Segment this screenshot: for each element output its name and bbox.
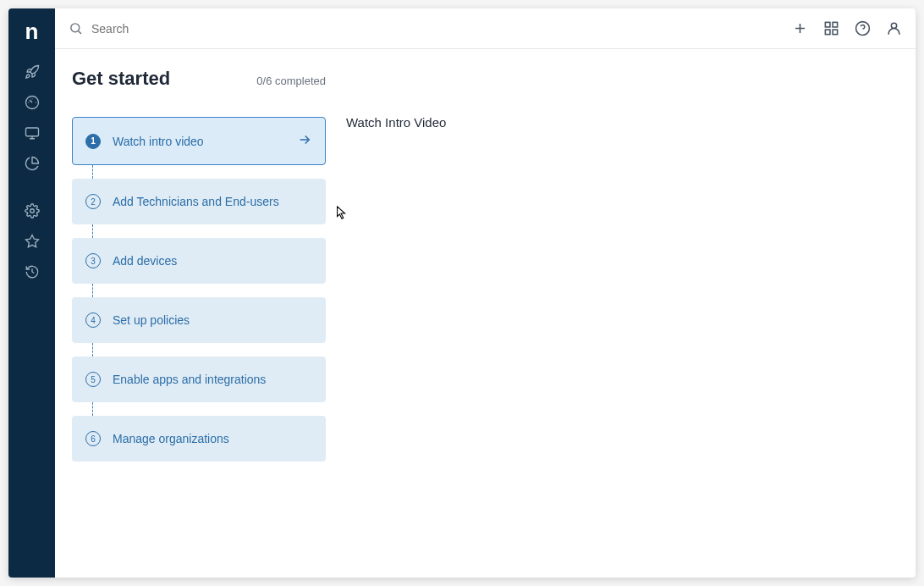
history-icon [25, 264, 40, 279]
sidebar-get-started[interactable] [8, 57, 55, 87]
step-label: Watch intro video [113, 135, 285, 148]
step-number-icon: 5 [85, 372, 101, 387]
step-connector [92, 165, 93, 179]
svg-point-4 [71, 24, 80, 32]
step-connector [92, 284, 93, 297]
step-number-icon: 3 [85, 253, 101, 268]
step-policies[interactable]: 4 Set up policies [72, 297, 326, 343]
svg-marker-3 [25, 235, 38, 247]
sidebar-devices[interactable] [8, 118, 55, 148]
sidebar-favorites[interactable] [8, 226, 55, 257]
topbar [55, 8, 916, 49]
add-button[interactable] [792, 20, 808, 36]
arrow-right-icon [297, 132, 312, 150]
step-number-icon: 6 [85, 431, 101, 446]
heading-row: Get started 0/6 completed [72, 68, 326, 90]
svg-rect-1 [25, 128, 38, 136]
svg-rect-11 [833, 30, 838, 35]
svg-rect-10 [825, 30, 830, 35]
sidebar-history[interactable] [8, 257, 55, 287]
step-label: Set up policies [113, 313, 312, 327]
search-icon [69, 21, 83, 36]
progress-text: 0/6 completed [256, 75, 326, 87]
step-watch-intro[interactable]: 1 Watch intro video [72, 117, 326, 165]
step-add-devices[interactable]: 3 Add devices [72, 238, 326, 284]
user-icon [886, 20, 902, 36]
plus-icon [792, 20, 808, 36]
step-connector [92, 402, 93, 416]
page-title: Get started [72, 68, 170, 90]
content: Get started 0/6 completed 1 Watch intro … [55, 49, 916, 578]
help-button[interactable] [855, 20, 871, 36]
main: Get started 0/6 completed 1 Watch intro … [55, 8, 916, 578]
step-label: Manage organizations [113, 432, 312, 445]
left-column: Get started 0/6 completed 1 Watch intro … [72, 68, 326, 559]
step-integrations[interactable]: 5 Enable apps and integrations [72, 357, 326, 402]
help-icon [855, 20, 871, 36]
app-window: n [8, 8, 916, 578]
gauge-icon [25, 95, 40, 110]
sidebar-reports[interactable] [8, 148, 55, 179]
star-icon [25, 234, 40, 249]
search-input[interactable] [91, 22, 792, 36]
step-label: Add devices [113, 254, 312, 268]
topbar-actions [792, 20, 902, 36]
step-add-users[interactable]: 2 Add Technicians and End-users [72, 179, 326, 224]
step-connector [92, 343, 93, 357]
svg-rect-9 [833, 22, 838, 27]
sidebar-dashboard[interactable] [8, 87, 55, 118]
monitor-icon [25, 125, 40, 141]
step-label: Add Technicians and End-users [113, 195, 312, 208]
step-connector [92, 224, 93, 238]
step-number-icon: 4 [85, 312, 101, 328]
step-label: Enable apps and integrations [113, 373, 312, 386]
search-wrapper[interactable] [69, 21, 792, 36]
svg-rect-8 [825, 22, 830, 27]
svg-point-2 [30, 209, 34, 213]
app-logo[interactable]: n [25, 15, 39, 57]
svg-point-14 [891, 23, 896, 28]
rocket-icon [25, 64, 40, 80]
steps-list: 1 Watch intro video 2 Add Technicians an… [72, 117, 326, 462]
step-number-icon: 1 [85, 134, 101, 149]
sidebar: n [8, 8, 55, 578]
step-organizations[interactable]: 6 Manage organizations [72, 416, 326, 462]
apps-button[interactable] [823, 20, 839, 36]
detail-title: Watch Intro Video [346, 115, 899, 130]
right-column: Watch Intro Video [346, 68, 899, 559]
pie-chart-icon [25, 156, 40, 171]
gear-icon [25, 203, 40, 218]
svg-line-5 [79, 31, 81, 34]
step-number-icon: 2 [85, 194, 101, 209]
sidebar-settings[interactable] [8, 196, 55, 226]
profile-button[interactable] [886, 20, 902, 36]
grid-icon [823, 20, 839, 36]
